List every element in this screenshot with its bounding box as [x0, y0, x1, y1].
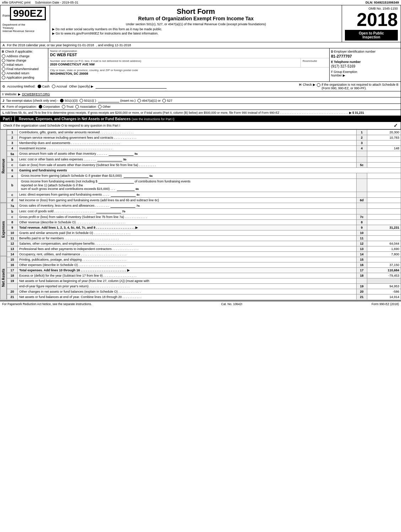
org-street-row: Number and street (or P.O. box, if mail … [48, 58, 329, 68]
line-num-9: 9 [7, 225, 18, 230]
k-other-label: Other [103, 105, 111, 108]
line-val-7c [367, 214, 401, 220]
line-val-5c [367, 163, 401, 168]
line-ref-19a [357, 278, 367, 284]
table-row: b Less: cost or other basis and sales ex… [7, 157, 401, 163]
line-desc-12: Salaries, other compensation, and employ… [18, 241, 357, 246]
part-i-check-note: Check if the organization used Schedule … [0, 122, 401, 129]
group-exemption-row: F Group Exemption [331, 70, 399, 74]
dept-info: Department of the Treasury Internal Reve… [2, 23, 48, 33]
7a-ref-inline: 7a [136, 204, 140, 207]
line-val-4: 148 [367, 146, 401, 151]
amended-return-radio[interactable] [2, 71, 5, 75]
j-527-label: 527 [167, 99, 172, 102]
name-change-radio[interactable] [2, 59, 5, 62]
line-val-18: -79,453 [367, 273, 401, 278]
year-display: 2018 [345, 10, 398, 29]
other-label: Other (specify) ▶ [69, 85, 94, 88]
line-val-5a [367, 151, 401, 157]
other-input-line[interactable] [96, 85, 167, 89]
info-block: B Check if applicable: Address change Na… [0, 48, 401, 82]
line-ref-5b [357, 157, 367, 163]
j-501c3-radio[interactable] [60, 99, 64, 102]
accrual-radio[interactable] [52, 85, 55, 88]
line-desc-13: Professional fees and other payments to … [18, 246, 357, 252]
j-insert-label: (insert no.) [120, 99, 136, 102]
line-val-8 [367, 220, 401, 225]
section-b-header: B Check if applicable: [2, 50, 47, 53]
initial-return-label: Initial return [6, 63, 23, 66]
address-change-radio[interactable] [2, 54, 5, 58]
telephone-value: (917) 327-5169 [331, 64, 399, 68]
line-ref-13: 13 [357, 246, 367, 252]
dept-line1: Department of the [2, 23, 48, 26]
final-return-radio[interactable] [2, 67, 5, 71]
j-501c-radio[interactable] [80, 99, 83, 102]
net-assets-label: Net Assets [0, 256, 7, 300]
line-num-5c: c [7, 163, 18, 168]
j-insert-line[interactable] [98, 99, 119, 102]
application-pending-radio[interactable] [2, 76, 5, 79]
org-city-row: City or town, state or province, country… [48, 68, 329, 76]
j-501c: 501(c)( ) [80, 99, 96, 102]
check-row-amended: Amended return [2, 71, 47, 75]
line-val-6d [367, 198, 401, 203]
line-desc-6: Gaming and fundraising events [18, 168, 401, 173]
h-radio[interactable] [317, 83, 320, 87]
line-desc-2: Program service revenue including govern… [18, 135, 357, 140]
instruction2: ▶ Go to www.irs.gov/Form990EZ for instru… [52, 32, 340, 35]
line-desc-7a: Gross sales of inventory, less returns a… [18, 203, 357, 209]
l-value: $ 31,231 [352, 111, 364, 115]
line-val-20: -586 [367, 289, 401, 294]
j-4947-radio[interactable] [137, 99, 141, 102]
j-527: 527 [162, 99, 172, 102]
org-name-row: Name of organization DC WEB FEST [48, 48, 329, 58]
line-desc-3: Membership dues and assessments . . . . … [18, 140, 357, 146]
k-corp-radio[interactable] [39, 105, 42, 108]
line-num-11: 11 [7, 236, 18, 241]
inspection-box: Open to Public Inspection [345, 30, 398, 41]
application-pending-label: Application pending [6, 76, 34, 79]
section-a: A For the 2018 calendar year, or tax yea… [0, 42, 401, 48]
line-desc-5c: Gain or (loss) from sale of assets other… [18, 163, 357, 168]
check-row-name: Name change [2, 59, 47, 62]
line-ref-20: 20 [357, 289, 367, 294]
employer-id-label: Employer identification number [334, 50, 376, 53]
line-val-13: 1,690 [367, 246, 401, 252]
k-assoc-radio[interactable] [75, 105, 79, 108]
amended-return-label: Amended return [6, 71, 29, 75]
line-num-16: 16 [7, 262, 18, 268]
k-other-radio[interactable] [98, 105, 102, 108]
initial-return-radio[interactable] [2, 63, 5, 66]
table-row: c Gain or (loss) from sale of assets oth… [7, 163, 401, 168]
line-desc-11: Benefits paid to or for members . . . . … [18, 236, 357, 241]
line-num-20: 20 [7, 289, 18, 294]
line-val-11 [367, 236, 401, 241]
line-num-7a: 7a [7, 203, 18, 209]
line-ref-6b [357, 179, 367, 192]
table-row: 10 Grants and similar amounts paid (list… [7, 230, 401, 236]
check-row-final: Final return/terminated [2, 67, 47, 71]
l-label: L [2, 111, 4, 115]
j-text: Tax-exempt status (check only one) - [6, 99, 58, 102]
table-row: a Gross income from gaming (attach Sched… [7, 173, 401, 179]
line-val-6a [367, 173, 401, 179]
k-trust-radio[interactable] [62, 105, 65, 108]
line-ref-14: 14 [357, 252, 367, 257]
line-desc-19a: Net assets or fund balances at beginning… [18, 278, 357, 284]
line-ref-21: 21 [357, 294, 367, 300]
7b-inline-box [96, 209, 121, 213]
main-data-section: Revenue Expenses Net Assets 1 Contributi… [0, 129, 401, 300]
j-527-radio[interactable] [162, 99, 166, 102]
group-exemption-number-row: Number ▶ [331, 74, 399, 77]
line-ref-8: 8 [357, 220, 367, 225]
line-desc-20: Other changes in net assets or fund bala… [18, 289, 357, 294]
table-row: 1 Contributions, gifts, grants, and simi… [7, 130, 401, 135]
line-ref-7b [357, 209, 367, 214]
line-desc-6b: Gross income from fundraising events (no… [18, 179, 357, 192]
cash-radio[interactable] [38, 85, 41, 88]
5a-ref-inline: 5a [135, 152, 138, 155]
line-ref-7c: 7c [357, 214, 367, 220]
line-ref-4: 4 [357, 146, 367, 151]
org-street-cell: Number and street (or P.O. box, if mail … [48, 58, 301, 67]
